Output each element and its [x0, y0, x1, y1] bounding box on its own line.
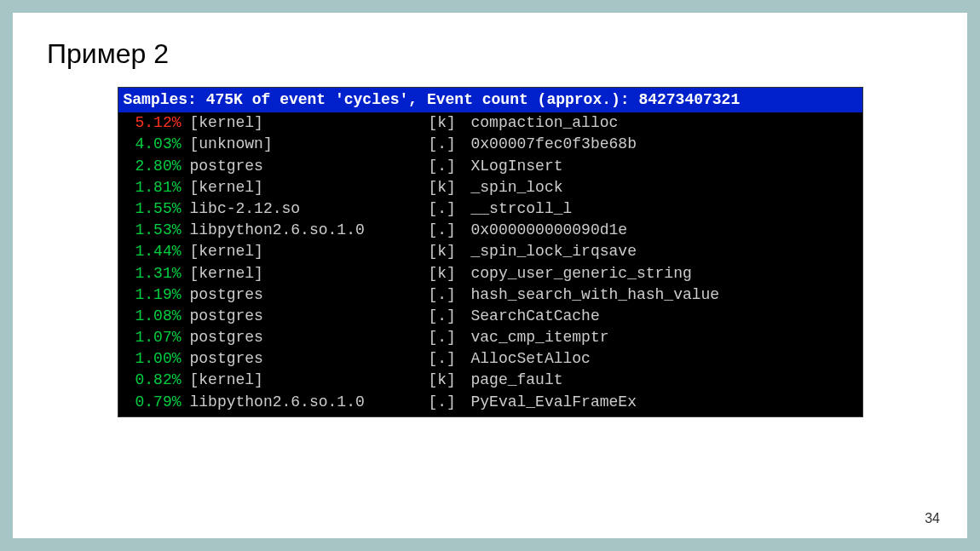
perf-row[interactable]: 1.08%postgres[.]SearchCatCache	[124, 306, 857, 327]
perf-overhead: 1.07%	[124, 327, 190, 348]
perf-symbol: _spin_lock_irqsave	[471, 241, 857, 262]
perf-row[interactable]: 1.19%postgres[.]hash_search_with_hash_va…	[124, 284, 857, 306]
perf-object: libpython2.6.so.1.0	[190, 392, 429, 413]
perf-type: [.]	[429, 327, 471, 348]
perf-symbol: _spin_lock	[471, 177, 857, 198]
perf-object: postgres	[190, 348, 429, 370]
perf-symbol: AllocSetAlloc	[471, 348, 857, 370]
perf-object: [kernel]	[190, 263, 429, 284]
perf-overhead: 1.31%	[124, 263, 190, 284]
perf-overhead: 0.82%	[124, 370, 190, 391]
perf-symbol: compaction_alloc	[471, 112, 857, 134]
perf-symbol: __strcoll_l	[471, 198, 857, 220]
perf-row[interactable]: 1.81%[kernel][k]_spin_lock	[124, 177, 857, 198]
perf-type: [.]	[429, 348, 471, 370]
perf-type: [k]	[429, 112, 471, 134]
perf-type: [.]	[429, 392, 471, 413]
perf-overhead: 5.12%	[124, 112, 190, 134]
perf-overhead: 1.00%	[124, 348, 190, 370]
perf-row[interactable]: 1.07%postgres[.]vac_cmp_itemptr	[124, 327, 857, 348]
perf-object: postgres	[190, 306, 429, 327]
perf-type: [.]	[429, 134, 471, 155]
perf-type: [k]	[429, 241, 471, 262]
perf-symbol: XLogInsert	[471, 156, 857, 177]
perf-type: [.]	[429, 306, 471, 327]
perf-object: postgres	[190, 156, 429, 177]
perf-object: [unknown]	[190, 134, 429, 155]
perf-row[interactable]: 1.00%postgres[.]AllocSetAlloc	[124, 348, 857, 370]
perf-type: [k]	[429, 263, 471, 284]
perf-object: [kernel]	[190, 112, 429, 134]
perf-terminal: Samples: 475K of event 'cycles', Event c…	[118, 87, 863, 417]
perf-symbol: SearchCatCache	[471, 306, 857, 327]
perf-row[interactable]: 4.03%[unknown][.]0x00007fec0f3be68b	[124, 134, 857, 155]
perf-overhead: 4.03%	[124, 134, 190, 155]
perf-overhead: 1.19%	[124, 284, 190, 306]
perf-row[interactable]: 0.79%libpython2.6.so.1.0[.]PyEval_EvalFr…	[124, 392, 857, 413]
perf-object: [kernel]	[190, 241, 429, 262]
perf-overhead: 1.44%	[124, 241, 190, 262]
perf-row[interactable]: 2.80%postgres[.]XLogInsert	[124, 156, 857, 177]
perf-overhead: 1.08%	[124, 306, 190, 327]
slide-title: Пример 2	[47, 38, 933, 70]
perf-header: Samples: 475K of event 'cycles', Event c…	[118, 88, 862, 112]
perf-symbol: 0x000000000090d1e	[471, 220, 857, 241]
perf-symbol: hash_search_with_hash_value	[471, 284, 857, 306]
perf-type: [.]	[429, 156, 471, 177]
perf-symbol: vac_cmp_itemptr	[471, 327, 857, 348]
perf-row[interactable]: 1.53%libpython2.6.so.1.0[.]0x00000000009…	[124, 220, 857, 241]
perf-overhead: 2.80%	[124, 156, 190, 177]
perf-object: libpython2.6.so.1.0	[190, 220, 429, 241]
perf-symbol: copy_user_generic_string	[471, 263, 857, 284]
perf-symbol: PyEval_EvalFrameEx	[471, 392, 857, 413]
perf-row[interactable]: 1.31%[kernel][k]copy_user_generic_string	[124, 263, 857, 284]
perf-row[interactable]: 1.44%[kernel][k]_spin_lock_irqsave	[124, 241, 857, 262]
perf-overhead: 1.81%	[124, 177, 190, 198]
perf-row[interactable]: 0.82%[kernel][k]page_fault	[124, 370, 857, 391]
perf-overhead: 1.55%	[124, 198, 190, 220]
slide: Пример 2 Samples: 475K of event 'cycles'…	[13, 13, 967, 538]
perf-overhead: 0.79%	[124, 392, 190, 413]
perf-row[interactable]: 5.12%[kernel][k]compaction_alloc	[124, 112, 857, 134]
perf-type: [.]	[429, 198, 471, 220]
perf-object: postgres	[190, 327, 429, 348]
perf-symbol: 0x00007fec0f3be68b	[471, 134, 857, 155]
perf-type: [.]	[429, 284, 471, 306]
perf-rows: 5.12%[kernel][k]compaction_alloc4.03%[un…	[118, 112, 862, 416]
perf-type: [k]	[429, 370, 471, 391]
perf-object: [kernel]	[190, 370, 429, 391]
perf-object: postgres	[190, 284, 429, 306]
perf-symbol: page_fault	[471, 370, 857, 391]
perf-overhead: 1.53%	[124, 220, 190, 241]
perf-object: [kernel]	[190, 177, 429, 198]
page-number: 34	[925, 511, 940, 526]
perf-row[interactable]: 1.55%libc-2.12.so[.]__strcoll_l	[124, 198, 857, 220]
perf-object: libc-2.12.so	[190, 198, 429, 220]
perf-type: [k]	[429, 177, 471, 198]
perf-type: [.]	[429, 220, 471, 241]
